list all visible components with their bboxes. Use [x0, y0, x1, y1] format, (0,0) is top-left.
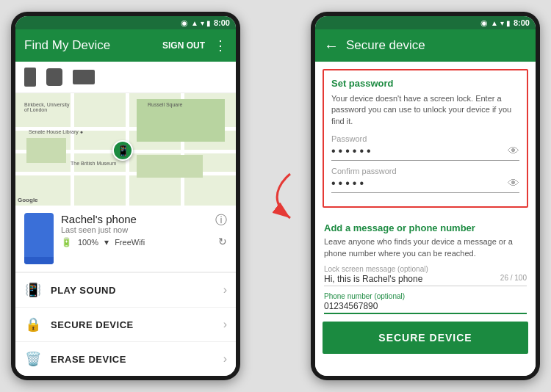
battery-status-icon: ▮ [206, 19, 211, 27]
status-time-right: 8:00 [514, 18, 530, 27]
lock-message-input[interactable]: Hi, this is Rachel's phone 26 / 100 [324, 274, 527, 286]
battery-status-icon-right: ▮ [506, 19, 511, 27]
map-label-birkbeck: Birkbeck, Universityof London [24, 102, 69, 112]
password-toggle-icon[interactable]: 👁 [508, 145, 519, 158]
password-input-row: •••••• 👁 [331, 145, 519, 161]
app-bar-left: Find My Device SIGN OUT ⋮ [15, 29, 236, 62]
add-message-title: Add a message or phone number [324, 222, 527, 233]
main-scene: ◉ ▲ ▾ ▮ 8:00 Find My Device SIGN OUT ⋮ [4, 4, 547, 388]
map-label-british: The British Museum [71, 161, 116, 166]
device-name: Rachel's phone [61, 213, 208, 225]
confirm-toggle-icon[interactable]: 👁 [508, 177, 519, 190]
erase-device-label: ERASE DEVICE [51, 354, 215, 365]
password-input[interactable]: •••••• [331, 145, 508, 158]
device-map-pin: 📱 [112, 140, 133, 161]
red-arrow-svg [253, 152, 298, 240]
password-group: Password •••••• 👁 [331, 134, 519, 161]
erase-device-icon: 🗑️ [24, 351, 42, 367]
play-sound-action[interactable]: 📳 PLAY SOUND › [15, 272, 236, 307]
erase-device-chevron: › [223, 352, 227, 366]
sign-out-button[interactable]: SIGN OUT [162, 40, 205, 51]
phone-right: ◉ ▲ ▾ ▮ 8:00 ← Secure device Set passwor… [311, 12, 540, 380]
map-label-senate: Senate House Library ● [29, 129, 83, 134]
action-list: 📳 PLAY SOUND › 🔒 SECURE DEVICE › 🗑️ ERAS… [15, 272, 236, 376]
app-bar-actions: SIGN OUT ⋮ [162, 37, 227, 54]
signal-icon: ▲ [191, 19, 198, 27]
app-title-right: Secure device [346, 38, 527, 53]
secure-device-icon: 🔒 [24, 316, 42, 333]
secure-device-button[interactable]: SECURE DEVICE [323, 322, 528, 354]
wifi-status-icon: ▾ [201, 19, 204, 27]
back-button[interactable]: ← [324, 37, 339, 54]
play-sound-chevron: › [223, 283, 227, 297]
secure-device-action[interactable]: 🔒 SECURE DEVICE › [15, 307, 236, 341]
battery-icon: 🔋 [61, 237, 72, 247]
erase-device-action[interactable]: 🗑️ ERASE DEVICE › [15, 341, 236, 376]
confirm-password-input[interactable]: ••••• [331, 177, 508, 190]
device-info-panel: Rachel's phone Last seen just now 🔋 100%… [15, 206, 236, 272]
device-details: Rachel's phone Last seen just now 🔋 100%… [61, 213, 208, 247]
lock-message-label: Lock screen message (optional) [324, 265, 527, 273]
play-sound-icon: 📳 [24, 282, 42, 298]
map-label-russell: Russell Square [148, 102, 182, 107]
more-options-icon[interactable]: ⋮ [214, 37, 227, 54]
confirm-password-group: Confirm password ••••• 👁 [331, 167, 519, 193]
battery-percent: 100% [78, 238, 98, 247]
device-image [24, 213, 54, 264]
lock-message-group: Lock screen message (optional) Hi, this … [324, 265, 527, 286]
device-last-seen: Last seen just now [61, 225, 208, 234]
password-label: Password [331, 134, 519, 143]
status-bar-right: ◉ ▲ ▾ ▮ 8:00 [315, 16, 536, 29]
phone-left: ◉ ▲ ▾ ▮ 8:00 Find My Device SIGN OUT ⋮ [11, 12, 240, 380]
map-area: Birkbeck, Universityof London Russell Sq… [15, 93, 236, 206]
add-message-section: Add a message or phone number Leave anyo… [315, 215, 536, 314]
app-bar-right: ← Secure device [315, 29, 536, 62]
wifi-icon: ▾ [104, 237, 109, 247]
confirm-password-label: Confirm password [331, 167, 519, 175]
phone-number-group: Phone number (optional) 01234567890 [324, 292, 527, 314]
status-bar-left: ◉ ▲ ▾ ▮ 8:00 [15, 16, 236, 29]
set-password-section: Set password Your device doesn't have a … [323, 69, 528, 208]
status-time-left: 8:00 [214, 18, 230, 27]
refresh-icon[interactable]: ↻ [218, 236, 227, 247]
confirm-password-input-row: ••••• 👁 [331, 177, 519, 193]
network-name: FreeWifi [115, 238, 145, 247]
secure-device-chevron: › [223, 318, 227, 331]
char-count: 26 / 100 [500, 274, 527, 284]
set-password-title: Set password [331, 78, 519, 89]
device-thumb-watch[interactable] [46, 68, 62, 86]
google-watermark: Google [18, 197, 38, 203]
play-sound-label: PLAY SOUND [51, 285, 215, 296]
device-thumb-laptop[interactable] [73, 70, 95, 84]
phone-number-input[interactable]: 01234567890 [324, 301, 527, 314]
wifi-status-icon-right: ▾ [500, 19, 504, 27]
device-thumbnails [15, 62, 236, 93]
secure-content: Set password Your device doesn't have a … [315, 62, 536, 376]
add-message-desc: Leave anyone who finds your device a mes… [324, 236, 527, 259]
location-icon-right: ◉ [480, 18, 488, 28]
signal-icon-right: ▲ [491, 19, 498, 27]
phone-number-label: Phone number (optional) [324, 292, 527, 300]
arrow-container [253, 152, 298, 240]
app-title-left: Find My Device [24, 38, 110, 53]
secure-device-label: SECURE DEVICE [51, 319, 215, 330]
set-password-desc: Your device doesn't have a screen lock. … [331, 93, 519, 127]
info-icon[interactable]: ⓘ [215, 213, 227, 228]
device-stats: 🔋 100% ▾ FreeWifi [61, 237, 208, 247]
device-thumb-phone[interactable] [24, 68, 36, 87]
location-icon: ◉ [181, 18, 188, 28]
